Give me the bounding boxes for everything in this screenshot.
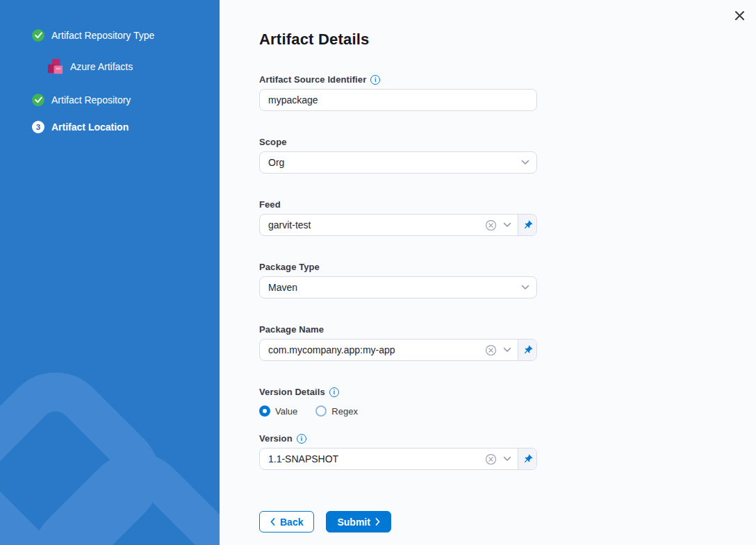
submit-button[interactable]: Submit: [326, 511, 391, 533]
artifact-details-panel: Artifact Details Artifact Source Identif…: [220, 0, 756, 545]
field-label: Package Name: [259, 324, 324, 335]
clear-icon[interactable]: [485, 344, 497, 356]
radio-label: Value: [275, 406, 297, 417]
submit-button-label: Submit: [337, 517, 370, 528]
field-package-type: Package Type Maven: [259, 262, 537, 299]
chevron-down-icon[interactable]: [503, 347, 511, 353]
package-type-select[interactable]: Maven: [259, 276, 537, 299]
step-label: Artifact Repository Type: [51, 30, 154, 41]
step-complete-check-icon: [32, 29, 44, 42]
field-label: Version Details: [259, 387, 325, 397]
field-artifact-source-identifier: Artifact Source Identifier i: [259, 74, 537, 111]
field-version: Version i 1.1-SNAPSHOT: [259, 433, 537, 470]
azure-artifacts-icon: [46, 58, 65, 76]
artifact-details-form: Artifact Source Identifier i Scope Org: [259, 74, 537, 533]
radio-unselected-icon: [315, 405, 327, 417]
wizard-sidebar: Artifact Repository Type Azure Artifacts…: [0, 0, 220, 545]
field-package-name: Package Name com.mycompany.app:my-app: [259, 324, 537, 361]
pin-button[interactable]: [518, 215, 536, 235]
scope-value: Org: [268, 157, 284, 168]
step-number: 3: [36, 123, 40, 131]
sidebar-substep-azure-artifacts[interactable]: Azure Artifacts: [46, 56, 220, 77]
version-combobox: 1.1-SNAPSHOT: [259, 448, 537, 470]
form-footer: Back Submit: [259, 511, 537, 533]
radio-selected-icon: [259, 405, 270, 417]
back-button[interactable]: Back: [259, 511, 314, 533]
substep-label: Azure Artifacts: [70, 61, 133, 72]
info-icon[interactable]: i: [370, 75, 380, 85]
field-label: Package Type: [259, 262, 320, 272]
info-icon[interactable]: i: [329, 387, 339, 397]
wizard-dialog: Artifact Repository Type Azure Artifacts…: [0, 0, 756, 545]
package-type-value: Maven: [268, 282, 297, 293]
field-feed: Feed garvit-test: [259, 199, 537, 236]
clear-icon[interactable]: [485, 219, 497, 231]
package-name-select[interactable]: com.mycompany.app:my-app: [260, 339, 518, 360]
info-icon[interactable]: i: [297, 434, 306, 444]
field-label: Version: [259, 433, 293, 444]
harness-logo-watermark: [0, 267, 220, 545]
back-button-label: Back: [280, 517, 303, 528]
chevron-down-icon: [521, 160, 529, 165]
step-complete-check-icon: [32, 94, 44, 106]
version-details-radio-group: Value Regex: [259, 405, 537, 417]
field-scope: Scope Org: [259, 137, 537, 174]
pin-button[interactable]: [518, 448, 536, 469]
sidebar-step-artifact-repository[interactable]: Artifact Repository: [0, 94, 220, 106]
clear-icon[interactable]: [485, 453, 497, 465]
field-label: Feed: [259, 199, 281, 210]
chevron-down-icon[interactable]: [503, 456, 511, 462]
close-icon[interactable]: [732, 8, 746, 22]
step-number-badge: 3: [32, 121, 44, 133]
page-title: Artifact Details: [259, 31, 756, 49]
feed-value: garvit-test: [268, 219, 479, 230]
package-name-combobox: com.mycompany.app:my-app: [259, 339, 537, 361]
version-select[interactable]: 1.1-SNAPSHOT: [260, 448, 518, 469]
radio-option-regex[interactable]: Regex: [315, 405, 358, 417]
package-name-value: com.mycompany.app:my-app: [268, 344, 479, 355]
radio-label: Regex: [331, 406, 358, 417]
chevron-down-icon[interactable]: [503, 222, 511, 228]
feed-combobox: garvit-test: [259, 214, 537, 236]
field-label: Artifact Source Identifier: [259, 74, 366, 85]
chevron-down-icon: [521, 285, 529, 290]
feed-select[interactable]: garvit-test: [260, 215, 518, 235]
chevron-right-icon: [375, 518, 380, 526]
sidebar-step-artifact-location[interactable]: 3 Artifact Location: [0, 121, 220, 133]
scope-select[interactable]: Org: [259, 151, 537, 174]
step-label: Artifact Repository: [51, 94, 131, 106]
version-value: 1.1-SNAPSHOT: [268, 453, 479, 464]
field-version-details: Version Details i Value Regex: [259, 387, 537, 417]
field-label: Scope: [259, 137, 287, 147]
sidebar-step-artifact-repository-type[interactable]: Artifact Repository Type: [0, 29, 220, 42]
artifact-source-identifier-input[interactable]: [259, 89, 537, 111]
chevron-left-icon: [270, 518, 275, 526]
step-label: Artifact Location: [51, 121, 129, 133]
radio-option-value[interactable]: Value: [259, 405, 297, 417]
pin-button[interactable]: [518, 339, 536, 360]
